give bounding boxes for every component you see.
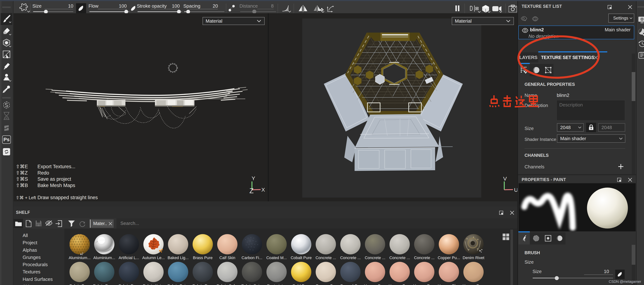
svg-text:V: V bbox=[503, 176, 507, 182]
svg-text:X: X bbox=[261, 187, 265, 193]
svg-text:Y: Y bbox=[252, 176, 255, 181]
svg-text:1: 1 bbox=[534, 18, 536, 20]
svg-text:Z: Z bbox=[250, 187, 254, 195]
